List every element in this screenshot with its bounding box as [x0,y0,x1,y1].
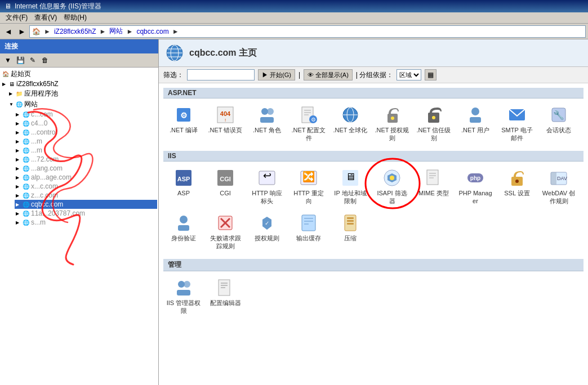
icon-net-error[interactable]: 404! .NET 错误页 [205,102,246,146]
icon-net-trust[interactable]: .NET 信任级别 [413,102,454,146]
content-title: cqbcc.com 主页 [189,47,257,59]
svg-text:ASP: ASP [177,176,190,182]
filter-group-select[interactable]: 区域 [397,69,421,80]
tree-site-4[interactable]: ▶🌐...m [15,137,157,146]
window-title: Internet 信息服务 (IIS)管理器 [15,2,101,11]
icon-asp[interactable]: ASP ASP [163,165,204,209]
iis-mgr-perm-icon [175,279,193,297]
tree-site-1[interactable]: ▶🌐c...com [15,110,157,119]
tree-site-6[interactable]: ▶🌐...72.com [15,155,157,164]
breadcrumb-server[interactable]: iZ28flcxk65hZ [54,28,96,35]
icon-compress[interactable]: 压缩 [330,210,371,254]
svg-text:⚙: ⚙ [180,111,188,120]
back-button[interactable]: ◄ [2,25,15,38]
breadcrumb-site[interactable]: cqbcc.com [136,28,168,35]
net-trust-icon [425,106,443,124]
window-icon: 🖥 [5,2,11,10]
tree-site-9[interactable]: ▶🌐x...c.com [15,182,157,191]
icon-net-compile[interactable]: ⚙ .NET 编译 [163,102,204,146]
filter-show-all-btn[interactable]: 👁 全部显示(A) [304,69,353,80]
tree-site-8[interactable]: ▶🌐alp...age.com [15,173,157,182]
icon-iis-mgr-perm[interactable]: IIS 管理器权限 [163,275,204,319]
icon-authz[interactable]: ✓ 授权规则 [247,210,287,254]
sidebar: 连接 ▼ 💾 ✎ 🗑 🏠 起始页 ▶ 🖥 iZ28flcxk65hZ [0,39,159,385]
icon-net-auth[interactable]: .NET 授权规则 [372,102,412,146]
tree-site-10[interactable]: ▶🌐z...c.com [15,191,157,200]
icon-http-resp[interactable]: ↩ HTTP 响应标头 [247,165,287,209]
icon-cgi[interactable]: CGI CGI [205,165,246,209]
icon-net-config[interactable]: ⚙ .NET 配置文件 [288,102,329,146]
tree-site-12[interactable]: ▶🌐s...m [15,218,157,227]
svg-rect-27 [470,117,481,123]
sidebar-tree: 🏠 起始页 ▶ 🖥 iZ28flcxk65hZ ▶ 📁 应用程序池 ▼ [0,68,158,385]
svg-rect-53 [551,172,556,185]
net-config-icon: ⚙ [300,106,318,124]
output-cache-icon [300,214,318,232]
icon-auth[interactable]: 身份验证 [163,210,204,254]
compress-icon [341,214,359,232]
filter-bar: 筛选： ▶ 开始(G) | 👁 全部显示(A) | 分组依据： 区域 ▦ [159,67,588,83]
config-editor-icon [216,279,234,297]
icon-ip-restrict[interactable]: 🖥 IP 地址和域限制 [330,165,371,209]
icon-net-role[interactable]: .NET 角色 [247,102,287,146]
icon-session[interactable]: 🔧 会话状态 [538,102,579,146]
tree-server[interactable]: ▶ 🖥 iZ28flcxk65hZ [1,79,157,88]
filter-view-btn[interactable]: ▦ [425,69,436,80]
http-redir-icon: 🔀 [300,169,318,187]
asp-icon: ASP [175,169,193,187]
net-role-icon [258,106,276,124]
filter-label: 筛选： [163,70,184,80]
net-compile-icon: ⚙ [175,106,193,124]
menu-bar: 文件(F) 查看(V) 帮助(H) [0,12,588,24]
forward-button[interactable]: ► [16,25,28,38]
svg-rect-44 [427,170,438,185]
icon-ssl[interactable]: SSL 设置 [497,165,537,209]
tree-app-pools[interactable]: ▶ 📁 应用程序池 [8,88,157,99]
cgi-icon: CGI [216,169,234,187]
icon-mime[interactable]: MIME 类型 [413,165,454,209]
content-icon [166,44,184,62]
svg-point-23 [391,117,394,120]
svg-rect-68 [347,223,354,225]
tree-site-11[interactable]: ▶🌐11a...203787.com [15,209,157,218]
menu-file[interactable]: 文件(F) [2,13,31,23]
mime-icon [425,169,443,187]
tree-site-cqbcc[interactable]: ▶🌐cqbcc.com [15,200,157,209]
authz-icon: ✓ [258,214,276,232]
icon-smtp[interactable]: SMTP 电子邮件 [497,102,537,146]
tree-start-page[interactable]: 🏠 起始页 [1,69,157,79]
filter-start-btn[interactable]: ▶ 开始(G) [258,69,295,80]
net-global-icon [341,106,359,124]
menu-help[interactable]: 帮助(H) [60,13,90,23]
sidebar-new-btn[interactable]: ▼ [2,55,14,66]
svg-point-42 [390,176,394,180]
sidebar-delete-btn[interactable]: 🗑 [39,55,51,66]
auth-icon [175,214,193,232]
breadcrumb-sites[interactable]: 网站 [109,26,123,36]
icon-http-redir[interactable]: 🔀 HTTP 重定向 [288,165,329,209]
svg-rect-61 [302,215,315,231]
filter-input[interactable] [187,69,255,80]
svg-text:404: 404 [220,110,231,117]
tree-site-5[interactable]: ▶🌐...m [15,146,157,155]
svg-text:⚙: ⚙ [311,117,316,123]
icon-isapi[interactable]: ISAPI 筛选器 [372,165,412,209]
tree-sites[interactable]: ▼ 🌐 网站 [8,99,157,110]
icon-config-editor[interactable]: 配置编辑器 [205,275,246,319]
sidebar-save-btn[interactable]: 💾 [15,55,26,66]
icon-php[interactable]: php PHP Manager [455,165,496,209]
svg-text:CGI: CGI [220,176,231,182]
home-icon: 🏠 [32,28,41,35]
sidebar-edit-btn[interactable]: ✎ [27,55,38,66]
icon-output-cache[interactable]: 输出缓存 [288,210,329,254]
icon-webdav[interactable]: DAV WebDAV 创作规则 [538,165,579,209]
icon-req-filter[interactable]: 失败请求跟踪规则 [205,210,246,254]
tree-site-7[interactable]: ▶🌐...ang.com [15,164,157,173]
icon-net-global[interactable]: .NET 全球化 [330,102,371,146]
tree-site-3[interactable]: ▶🌐...control [15,128,157,137]
smtp-icon [508,106,526,124]
menu-view[interactable]: 查看(V) [31,13,60,23]
svg-point-70 [184,281,190,288]
icon-net-user[interactable]: .NET 用户 [455,102,496,146]
tree-site-2[interactable]: ▶🌐c4...0 [15,119,157,128]
